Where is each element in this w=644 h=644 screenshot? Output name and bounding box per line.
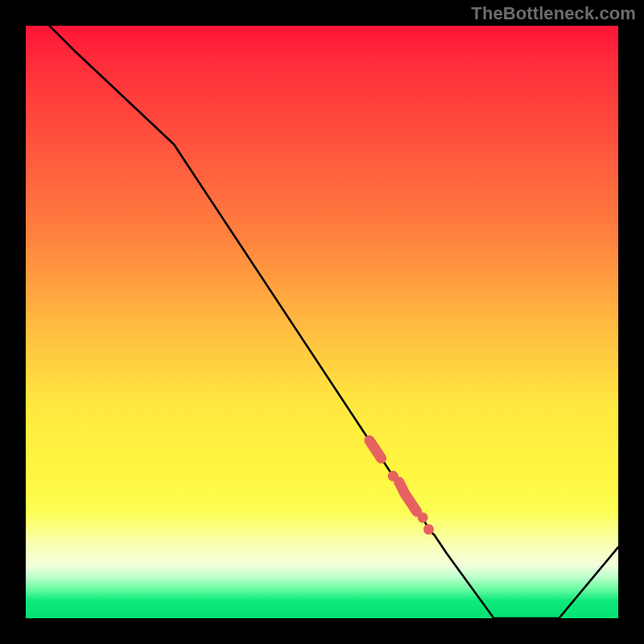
bottleneck-curve — [26, 26, 618, 618]
highlight-segment — [399, 482, 417, 512]
highlight-segment — [369, 440, 382, 458]
chart-svg — [26, 26, 618, 618]
highlight-dot — [418, 512, 428, 522]
watermark-text: TheBottleneck.com — [471, 3, 636, 24]
chart-stage: TheBottleneck.com — [0, 0, 644, 644]
highlight-dot — [388, 471, 398, 481]
highlight-dot — [423, 524, 434, 535]
plot-area — [26, 26, 618, 618]
